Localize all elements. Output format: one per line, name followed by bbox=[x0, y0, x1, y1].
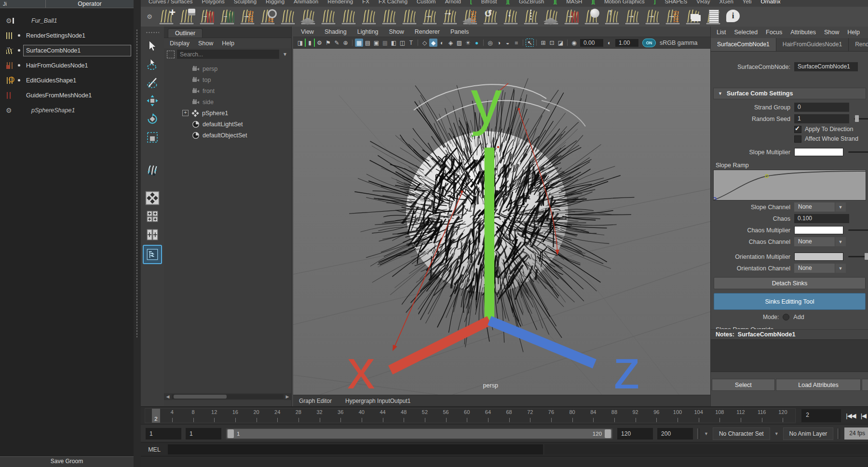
menu-show[interactable]: Show bbox=[198, 40, 213, 47]
range-start-handle[interactable] bbox=[228, 429, 234, 438]
menu-help[interactable]: Help bbox=[222, 40, 234, 47]
hair-to-curves-icon[interactable]: → bbox=[198, 8, 216, 26]
contrast-icon[interactable]: ◐ bbox=[605, 39, 613, 47]
shelf-tab-gozbrush[interactable]: GoZBrush bbox=[519, 0, 544, 7]
generate-icon[interactable]: → bbox=[643, 8, 662, 26]
enabled-dot[interactable] bbox=[18, 64, 20, 67]
gravity-icon[interactable]: ↓ bbox=[502, 8, 520, 26]
frame-tick-64[interactable]: 64 bbox=[477, 409, 499, 423]
shelf-tab-bifrost[interactable]: Bifrost bbox=[481, 0, 497, 7]
snapshot-icon[interactable]: ⊞ bbox=[539, 39, 547, 47]
shelf-tab-arnold[interactable]: Arnold bbox=[445, 0, 461, 7]
camera-lock-icon[interactable]: ▮ bbox=[305, 39, 315, 47]
lighting-icon[interactable]: ☀ bbox=[464, 39, 472, 47]
all-lights-icon[interactable]: ◈ bbox=[447, 39, 455, 47]
scale-tool[interactable] bbox=[144, 129, 161, 146]
comb-icon[interactable] bbox=[279, 8, 297, 26]
frame-tick-116[interactable]: 116 bbox=[751, 409, 773, 423]
random-seed-field[interactable]: 1 bbox=[794, 114, 849, 123]
guides-to-curves-icon[interactable]: → bbox=[238, 8, 257, 26]
chaos-multiplier-slider[interactable] bbox=[848, 229, 868, 231]
single-pane-layout[interactable] bbox=[144, 190, 161, 206]
ae-tab-hairfromguidesnode1[interactable]: HairFromGuidesNode1 bbox=[776, 38, 849, 51]
textured-mode-icon[interactable]: ◐ bbox=[438, 39, 446, 47]
outliner-item-persp[interactable]: persp bbox=[164, 63, 291, 74]
shelf-tab-rigging[interactable]: Rigging bbox=[266, 0, 285, 7]
mel-output-field[interactable] bbox=[544, 444, 868, 454]
frame-tick-76[interactable]: 76 bbox=[541, 409, 562, 423]
ao-toggle-icon[interactable]: ◒ bbox=[503, 39, 512, 47]
operator-item-rendersettingsnode1[interactable]: RenderSettingsNode1 bbox=[0, 28, 134, 43]
chaos-multiplier-swatch[interactable] bbox=[794, 226, 843, 234]
camera-attributes-icon[interactable]: ⚙ bbox=[315, 39, 324, 47]
shelf-tab-sculpting[interactable]: Sculpting bbox=[234, 0, 257, 7]
animation-end-field[interactable]: 200 bbox=[657, 428, 693, 440]
outliner-item-side[interactable]: side bbox=[164, 96, 291, 107]
shelf-tab-yeti[interactable]: Yeti bbox=[743, 0, 752, 7]
menu-list[interactable]: List bbox=[717, 29, 726, 36]
shelf-tab-xgen[interactable]: XGen bbox=[719, 0, 733, 7]
select-tool[interactable] bbox=[144, 38, 161, 54]
frame-tick-104[interactable]: 104 bbox=[688, 409, 709, 423]
frame-tick-96[interactable]: 96 bbox=[646, 409, 667, 423]
frame-tick-8[interactable]: 8 bbox=[183, 409, 204, 423]
node-name-field[interactable]: SurfaceCombNode1 bbox=[794, 62, 858, 71]
frame-tick-16[interactable]: 16 bbox=[225, 409, 246, 423]
grid-toggle-icon[interactable]: ▦ bbox=[355, 39, 363, 47]
menu-hypergraph-inputoutput1[interactable]: Hypergraph InputOutput1 bbox=[345, 398, 410, 404]
playback-end-field[interactable]: 120 bbox=[617, 428, 653, 440]
affect-whole-strand-checkbox[interactable] bbox=[794, 135, 801, 143]
split-view-icon[interactable]: ◪ bbox=[556, 39, 565, 47]
slider-handle[interactable] bbox=[855, 115, 859, 122]
frame-tick-88[interactable]: 88 bbox=[604, 409, 625, 423]
curl-icon[interactable] bbox=[339, 8, 358, 26]
braid-icon[interactable]: → bbox=[562, 8, 581, 26]
multi-snapshot-icon[interactable]: ⊡ bbox=[548, 39, 556, 47]
shelf-tab-rendering[interactable]: Rendering bbox=[327, 0, 353, 7]
frame-tick-120[interactable]: 120 bbox=[772, 409, 793, 423]
field-chart-icon[interactable]: ◧ bbox=[390, 39, 398, 47]
expand-icon[interactable]: + bbox=[182, 110, 189, 116]
slider-handle[interactable] bbox=[865, 253, 868, 260]
image-plane-icon[interactable]: ✎ bbox=[333, 39, 341, 47]
shelf-tab-fx-caching[interactable]: FX Caching bbox=[379, 0, 407, 7]
frame-tick-4[interactable]: 4 bbox=[162, 409, 183, 423]
exposure-icon[interactable]: ◉ bbox=[570, 39, 578, 47]
frame-tick-84[interactable]: 84 bbox=[583, 409, 604, 423]
menu-attributes[interactable]: Attributes bbox=[790, 29, 816, 36]
shaded-mode-icon[interactable]: ◆ bbox=[429, 39, 437, 47]
chaos-field[interactable]: 0.100 bbox=[794, 214, 849, 223]
frame-tick-48[interactable]: 48 bbox=[393, 409, 414, 423]
chaos-channel-dropdown[interactable]: None▼ bbox=[794, 237, 846, 246]
menu-shading[interactable]: Shading bbox=[325, 28, 347, 35]
frame-tick-60[interactable]: 60 bbox=[456, 409, 477, 423]
shelf-tab-vray[interactable]: VRay bbox=[696, 0, 710, 7]
safe-action-icon[interactable]: ◫ bbox=[398, 39, 407, 47]
info-icon[interactable]: i bbox=[724, 8, 743, 26]
frame-tick-80[interactable]: 80 bbox=[562, 409, 583, 423]
shelf-tab-motion-graphics[interactable]: Motion Graphics bbox=[604, 0, 645, 7]
pan-zoom-icon[interactable]: ⊕ bbox=[341, 39, 350, 47]
shelf-tab-mash[interactable]: MASH bbox=[566, 0, 582, 7]
shelf-tab-ornatrix[interactable]: Ornatrix bbox=[761, 0, 781, 7]
orientation-channel-dropdown[interactable]: None▼ bbox=[794, 264, 846, 273]
film-gate-icon[interactable]: ▤ bbox=[364, 39, 372, 47]
menu-selected[interactable]: Selected bbox=[734, 29, 758, 36]
slope-multiplier-swatch[interactable] bbox=[794, 148, 843, 156]
frame-tick-40[interactable]: 40 bbox=[351, 409, 372, 423]
outliner-item-defaultobjectset[interactable]: defaultObjectSet bbox=[164, 130, 291, 141]
playback-start-field[interactable]: 1 bbox=[186, 428, 221, 440]
scroll-thumb[interactable] bbox=[174, 395, 227, 399]
frame-tick-72[interactable]: 72 bbox=[519, 409, 541, 423]
copy-tab-button-stub[interactable] bbox=[862, 379, 868, 391]
step-back-button[interactable]: |◀ bbox=[861, 412, 866, 419]
load-attributes-button[interactable]: Load Attributes bbox=[776, 379, 861, 391]
detail-icon[interactable] bbox=[522, 8, 540, 26]
presets-icon[interactable] bbox=[704, 8, 722, 26]
safe-title-icon[interactable]: T bbox=[407, 39, 415, 47]
scatter-icon[interactable] bbox=[461, 8, 479, 26]
fps-button[interactable]: 24 fps bbox=[844, 427, 868, 440]
outliner-item-top[interactable]: top bbox=[164, 74, 291, 85]
frame-tick-20[interactable]: 20 bbox=[246, 409, 267, 423]
menu-display[interactable]: Display bbox=[170, 40, 190, 47]
